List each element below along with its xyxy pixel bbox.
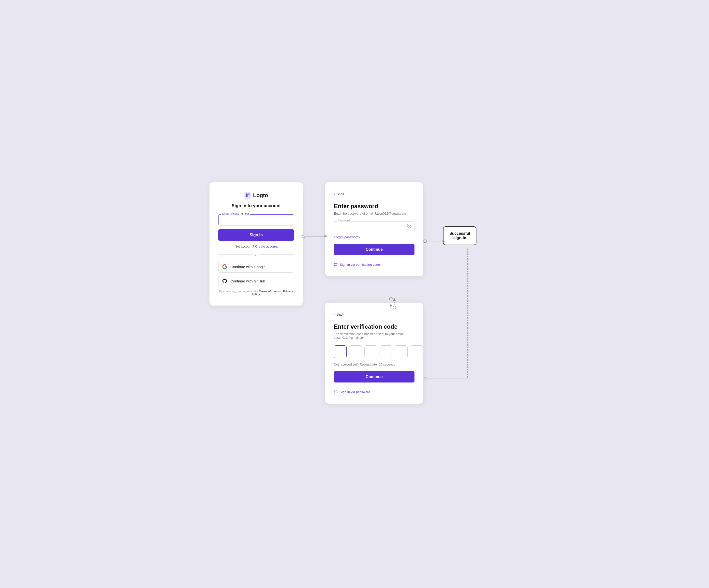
google-signin-button[interactable]: Continue with Google	[218, 261, 294, 273]
password-subtitle: Enter the password of email Jason012@gma…	[334, 212, 415, 215]
code-input-6[interactable]	[410, 345, 423, 358]
password-input[interactable]	[334, 221, 415, 232]
logo-text: Logto	[253, 192, 268, 198]
logo-area: Logto	[218, 192, 294, 199]
no-account-text: Not account? Create account	[218, 245, 294, 248]
verify-back-chevron-icon: ‹	[334, 313, 335, 316]
password-field-group: Password	[334, 221, 415, 232]
password-title: Enter password	[334, 203, 415, 210]
code-input-1[interactable]	[334, 345, 347, 358]
google-button-label: Continue with Google	[230, 265, 265, 269]
forgot-password-link[interactable]: Forgot password?	[334, 235, 415, 239]
switch-icon	[334, 263, 338, 266]
divider: or	[218, 253, 294, 257]
signin-card: Logto Sign in to your account Email / Ph…	[209, 182, 303, 305]
verify-back-link[interactable]: ‹ Back	[334, 313, 415, 316]
footer-text: By continuing, you agree to the Terms of…	[218, 290, 294, 296]
email-field-label: Email / Phone number	[221, 212, 250, 215]
verify-title: Enter verification code	[334, 323, 415, 330]
github-icon	[222, 278, 228, 284]
password-back-link[interactable]: ‹ Back	[334, 192, 415, 196]
github-signin-button[interactable]: Continue with GitHub	[218, 275, 294, 287]
svg-rect-1	[245, 193, 247, 197]
password-card: ‹ Back Enter password Enter the password…	[325, 182, 423, 276]
google-icon	[222, 264, 228, 269]
code-input-5[interactable]	[395, 345, 408, 358]
signin-button[interactable]: Sign in	[218, 229, 294, 241]
email-field-group: Email / Phone number	[218, 214, 294, 225]
svg-rect-2	[248, 193, 250, 195]
terms-link[interactable]: Terms of Use	[259, 290, 277, 293]
signin-title: Sign in to your account	[218, 203, 294, 209]
eye-icon[interactable]	[407, 224, 412, 230]
success-line1: Successful	[449, 231, 470, 236]
verify-subtitle: The verification code has been sent to y…	[334, 332, 415, 340]
success-line2: sign-in	[449, 236, 470, 240]
verify-continue-button[interactable]: Continue	[334, 371, 415, 382]
svg-point-7	[424, 240, 426, 243]
svg-point-12	[424, 378, 426, 380]
github-button-label: Continue with GitHub	[230, 279, 265, 283]
resend-text: Not received yet? Resend after 59 second…	[334, 363, 415, 366]
verification-card: ‹ Back Enter verification code The verif…	[325, 302, 423, 404]
svg-point-13	[389, 297, 392, 300]
switch-icon-2	[334, 390, 338, 394]
password-continue-button[interactable]: Continue	[334, 244, 415, 255]
code-input-4[interactable]	[379, 345, 392, 358]
success-box: Successful sign-in	[443, 226, 476, 245]
create-account-link[interactable]: Create account	[255, 245, 278, 248]
code-input-2[interactable]	[349, 345, 362, 358]
code-input-3[interactable]	[364, 345, 377, 358]
logto-logo-icon	[244, 192, 251, 199]
back-chevron-icon: ‹	[334, 192, 335, 196]
password-switch-link[interactable]: Sign in via password	[334, 390, 415, 394]
verify-link[interactable]: Sign in via verification code	[334, 263, 415, 266]
svg-marker-18	[393, 298, 396, 301]
code-inputs	[334, 345, 415, 358]
password-field-label: Password	[337, 219, 350, 222]
email-phone-input[interactable]	[218, 214, 294, 225]
divider-text: or	[255, 253, 258, 257]
